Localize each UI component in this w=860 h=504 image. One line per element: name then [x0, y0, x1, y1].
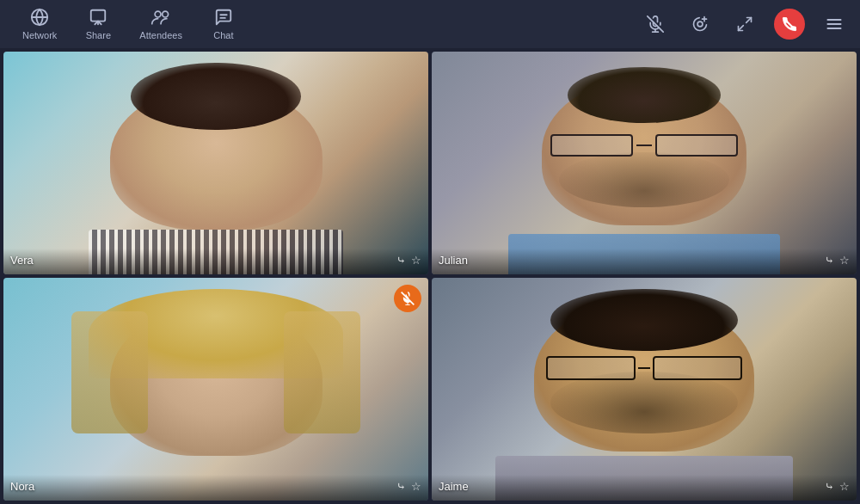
participant-name-julian: Julian: [439, 254, 468, 267]
share-label: Share: [86, 30, 111, 40]
cell-bottom-nora: Nora ⤷ ☆: [3, 475, 428, 501]
end-call-button[interactable]: [774, 9, 805, 40]
nav-attendees[interactable]: Attendees: [127, 3, 194, 46]
svg-rect-0: [91, 10, 106, 22]
video-cell-nora: Nora ⤷ ☆: [3, 278, 428, 501]
toolbar-nav: Network Share Attendees: [10, 3, 249, 46]
star-action-jaime[interactable]: ☆: [839, 481, 850, 492]
video-cell-vera: Vera ⤷ ☆: [3, 52, 428, 274]
toolbar-actions: [640, 9, 850, 40]
video-cell-julian: Julian ⤷ ☆: [432, 52, 857, 274]
chat-icon: [214, 8, 233, 28]
toolbar: Network Share Attendees: [0, 0, 860, 48]
network-icon: [30, 8, 49, 28]
star-action-nora[interactable]: ☆: [411, 481, 421, 492]
fullscreen-button[interactable]: [729, 9, 760, 40]
participant-name-nora: Nora: [10, 480, 34, 493]
svg-point-3: [163, 12, 169, 18]
cell-bottom-julian: Julian ⤷ ☆: [432, 249, 857, 274]
mic-off-button[interactable]: [640, 9, 671, 40]
share-action-vera[interactable]: ⤷: [396, 255, 406, 266]
svg-line-13: [739, 26, 744, 31]
svg-line-12: [746, 18, 752, 23]
network-label: Network: [22, 30, 57, 40]
muted-badge-nora: [394, 285, 421, 312]
camera-button[interactable]: [685, 9, 716, 40]
video-cell-jaime: Jaime ⤷ ☆: [432, 278, 857, 501]
share-action-nora[interactable]: ⤷: [396, 481, 406, 492]
cell-actions-julian: ⤷ ☆: [825, 255, 850, 266]
attendees-icon: [150, 8, 171, 28]
nav-share[interactable]: Share: [72, 3, 124, 46]
participant-name-vera: Vera: [10, 254, 34, 267]
share-icon: [89, 8, 108, 28]
menu-button[interactable]: [819, 9, 850, 40]
cell-bottom-vera: Vera ⤷ ☆: [3, 249, 428, 274]
cell-actions-jaime: ⤷ ☆: [825, 481, 850, 492]
attendees-label: Attendees: [139, 30, 182, 40]
cell-actions-vera: ⤷ ☆: [396, 255, 421, 266]
participant-name-jaime: Jaime: [439, 480, 469, 493]
video-grid: Vera ⤷ ☆ Julian ⤷ ☆: [0, 48, 860, 504]
share-action-julian[interactable]: ⤷: [825, 255, 834, 266]
cell-actions-nora: ⤷ ☆: [396, 481, 421, 492]
chat-label: Chat: [213, 30, 233, 40]
nav-network[interactable]: Network: [10, 3, 69, 46]
svg-point-2: [155, 12, 161, 18]
cell-bottom-jaime: Jaime ⤷ ☆: [432, 475, 857, 501]
nav-chat[interactable]: Chat: [198, 3, 249, 46]
share-action-jaime[interactable]: ⤷: [825, 481, 834, 492]
star-action-julian[interactable]: ☆: [839, 255, 850, 266]
svg-point-9: [697, 22, 703, 27]
star-action-vera[interactable]: ☆: [411, 255, 421, 266]
